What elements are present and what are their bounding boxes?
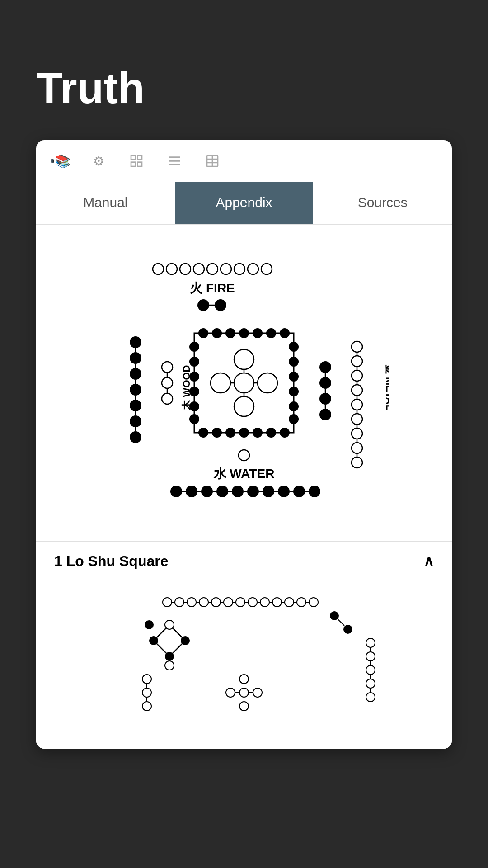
svg-point-189	[142, 675, 151, 684]
content-area: 火 FIRE	[36, 225, 452, 749]
svg-point-112	[319, 377, 331, 389]
svg-point-207	[226, 688, 235, 697]
svg-point-199	[366, 665, 375, 675]
svg-point-52	[253, 428, 263, 438]
svg-point-160	[199, 598, 208, 607]
svg-point-194	[330, 611, 339, 620]
svg-point-165	[260, 598, 269, 607]
svg-point-74	[289, 372, 299, 382]
svg-point-208	[239, 688, 249, 697]
lo-shu-area	[36, 575, 452, 731]
svg-point-85	[234, 396, 254, 416]
svg-point-66	[189, 414, 199, 424]
svg-point-188	[165, 661, 174, 670]
svg-point-209	[253, 688, 262, 697]
svg-point-182	[145, 620, 154, 629]
svg-point-195	[343, 625, 352, 634]
svg-point-168	[297, 598, 306, 607]
svg-point-87	[258, 373, 277, 393]
svg-point-16	[193, 264, 204, 274]
svg-point-201	[366, 693, 375, 702]
tab-sources[interactable]: Sources	[313, 182, 452, 224]
svg-point-187	[165, 620, 174, 629]
svg-point-19	[234, 264, 245, 274]
svg-point-15	[180, 264, 191, 274]
svg-text:金 METAL: 金 METAL	[384, 364, 389, 410]
svg-point-31	[197, 299, 209, 311]
svg-point-186	[165, 652, 174, 661]
toolbar: 📚 ⚙	[36, 140, 452, 182]
svg-point-49	[212, 428, 222, 438]
svg-rect-0	[52, 159, 53, 163]
lo-shu-svg	[54, 589, 434, 715]
card: 📚 ⚙	[36, 140, 452, 749]
svg-point-136	[239, 450, 249, 461]
svg-point-139	[186, 486, 197, 497]
svg-point-73	[289, 357, 299, 367]
svg-point-40	[266, 328, 276, 338]
five-elements-svg: 火 FIRE	[99, 252, 389, 532]
svg-point-108	[162, 393, 173, 404]
svg-point-53	[266, 428, 276, 438]
tab-manual[interactable]: Manual	[36, 182, 175, 224]
section-label[interactable]: 1 Lo Shu Square ∧	[36, 541, 452, 575]
svg-point-157	[163, 598, 172, 607]
svg-point-159	[187, 598, 196, 607]
svg-point-94	[130, 368, 141, 380]
svg-point-75	[289, 387, 299, 396]
svg-rect-4	[131, 162, 135, 166]
page-container: Truth 📚 ⚙	[0, 0, 488, 749]
svg-point-147	[309, 486, 320, 497]
tab-appendix[interactable]: Appendix	[175, 182, 314, 224]
water-section: 水 WATER	[170, 450, 320, 497]
svg-point-61	[189, 342, 199, 352]
svg-point-190	[142, 688, 151, 697]
svg-point-83	[234, 373, 254, 393]
metal-section: 金 METAL	[319, 341, 389, 468]
svg-point-93	[130, 352, 141, 364]
svg-point-141	[216, 486, 228, 497]
svg-point-106	[162, 362, 173, 373]
svg-point-48	[198, 428, 208, 438]
svg-point-77	[289, 414, 299, 424]
svg-point-191	[142, 702, 151, 711]
book-icon[interactable]: 📚	[51, 151, 70, 171]
grid-icon[interactable]	[127, 151, 146, 171]
lines-icon[interactable]	[164, 151, 184, 171]
svg-point-158	[175, 598, 184, 607]
svg-point-17	[207, 264, 218, 274]
svg-point-124	[352, 414, 362, 425]
gear-icon[interactable]: ⚙	[89, 151, 108, 171]
svg-point-36	[212, 328, 222, 338]
svg-point-169	[309, 598, 318, 607]
svg-point-200	[366, 679, 375, 688]
svg-point-123	[352, 399, 362, 410]
svg-point-127	[352, 457, 362, 468]
svg-point-122	[352, 385, 362, 396]
svg-point-96	[130, 400, 141, 411]
svg-point-95	[130, 384, 141, 396]
svg-point-18	[221, 264, 231, 274]
svg-point-145	[278, 486, 290, 497]
svg-point-13	[153, 264, 164, 274]
wood-section: 木 WOOD	[130, 336, 192, 443]
svg-point-98	[130, 431, 141, 443]
svg-point-76	[289, 401, 299, 411]
svg-point-54	[280, 428, 290, 438]
svg-point-20	[248, 264, 258, 274]
svg-point-185	[181, 636, 190, 645]
svg-point-21	[261, 264, 272, 274]
svg-text:水 WATER: 水 WATER	[213, 467, 275, 481]
page-title: Truth	[0, 0, 488, 140]
svg-point-37	[225, 328, 235, 338]
svg-rect-2	[131, 156, 135, 160]
svg-point-84	[234, 349, 254, 369]
svg-point-142	[232, 486, 244, 497]
svg-point-140	[201, 486, 213, 497]
svg-point-107	[162, 377, 173, 388]
svg-point-41	[280, 328, 290, 338]
table-icon[interactable]	[202, 151, 222, 171]
fire-top-row	[153, 264, 272, 274]
svg-point-39	[253, 328, 263, 338]
svg-point-14	[166, 264, 177, 274]
